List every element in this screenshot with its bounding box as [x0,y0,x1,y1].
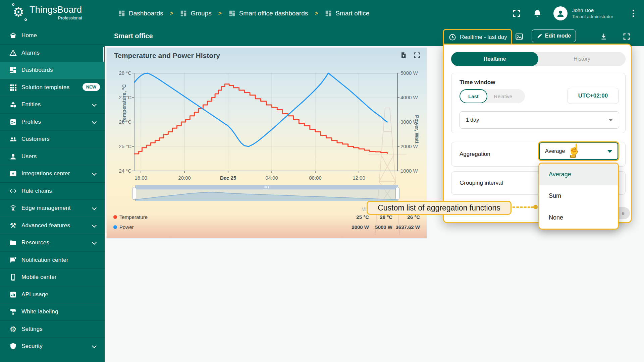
user-name: John Doe [572,7,626,14]
sidebar-item-resources[interactable]: Resources [0,234,105,251]
breadcrumb-groups[interactable]: Groups [180,10,211,17]
chevron-down-icon [92,344,97,348]
app-edition: Professional [30,15,82,20]
scrollbar-right-handle[interactable] [395,187,399,200]
sidebar-item-solution-templates[interactable]: Solution templates NEW [0,79,105,96]
chevron-down-icon [92,223,97,227]
customers-icon [9,135,17,143]
sidebar-item-settings[interactable]: ⚙ Settings [0,320,105,338]
sidebar-item-notification-center[interactable]: Notification center [0,251,105,269]
breadcrumb: Dashboards > Groups > Smart office dashb… [118,0,369,27]
legend-series-name[interactable]: Power [119,224,134,230]
sidebar-item-integrations-center[interactable]: Integrations center [0,165,105,182]
time-scrollbar-preview[interactable] [135,189,398,201]
app-title: ThingsBoard [30,4,82,15]
breadcrumb-dashboards[interactable]: Dashboards [118,10,163,17]
toggle-relative[interactable]: Relative [487,94,519,99]
legend-header-min: Min [345,206,369,212]
y-right-tick-label: 4000 W [400,95,418,100]
sidebar-item-rule-chains[interactable]: Rule chains [0,182,105,200]
sidebar-item-edge-management[interactable]: Edge management [0,199,105,217]
sidebar-item-api-usage[interactable]: API usage [0,286,105,303]
sidebar-item-security[interactable]: Security [0,338,105,355]
temperature-legend-dot [113,215,117,219]
tab-history[interactable]: History [538,52,626,66]
last-interval-select[interactable]: 1 day [460,111,619,129]
screenshot-image-icon[interactable] [513,31,525,43]
logo[interactable]: ⚙ ThingsBoard Professional [13,4,82,21]
user-avatar[interactable] [553,6,568,20]
edge-antenna-icon [9,204,17,213]
sidebar-item-white-labeling[interactable]: White labeling [0,303,105,320]
y-left-tick-label: 24 °C [107,168,131,174]
x-axis-tick-label: 04:00 [265,175,278,181]
y-right-tick-label: 2000 W [400,143,418,149]
sidebar-item-home[interactable]: Home [0,27,105,44]
pencil-icon [537,33,542,39]
dashboard-title: Smart office [114,32,153,40]
callout-connector-dot [533,205,538,209]
shield-icon [9,342,17,351]
y-axis-left-title: Temperature, °C [121,72,127,135]
x-axis-tick-label: 12:00 [353,175,365,181]
sidebar-item-advanced-features[interactable]: ⚒ Advanced features [0,217,105,234]
time-window-tabs: Realtime History [451,52,626,66]
y-left-tick-label: 28 °C [107,70,131,76]
timezone-button[interactable]: UTC+02:00 [568,88,619,104]
edit-mode-button[interactable]: Edit mode [532,29,576,42]
toolbar-fullscreen-icon[interactable] [621,31,633,43]
chevron-down-icon [92,171,97,176]
rule-chains-icon [9,187,17,195]
grouping-interval-label: Grouping interval [460,180,503,186]
time-window-card: Time window Last Relative UTC+02:00 1 da… [451,73,626,133]
sidebar-item-users[interactable]: Users [0,148,105,165]
breadcrumb-separator: > [218,10,222,17]
dashboard-toolbar: Smart office Edit mode Realtime - last d… [105,27,644,46]
home-icon [9,31,17,40]
tab-realtime[interactable]: Realtime [451,52,538,66]
sidebar-item-alarms[interactable]: Alarms [0,44,105,62]
sidebar-item-profiles[interactable]: Profiles [0,113,105,131]
legend-value: 28 °C [369,214,392,220]
chevron-down-icon [607,150,612,153]
more-menu-icon[interactable] [627,10,639,17]
breadcrumb-separator: > [170,10,173,17]
chevron-down-icon [609,119,613,121]
notifications-bell-icon[interactable] [530,6,545,21]
time-window-button[interactable]: Realtime - last day [443,29,512,45]
breadcrumb-smart-office[interactable]: Smart office [325,10,369,17]
user-role: Tenant administrator [572,14,626,20]
x-axis-tick-label: Dec 25 [220,175,236,181]
toggle-last[interactable]: Last [460,89,487,103]
profiles-badge-icon [9,118,17,126]
fullscreen-icon[interactable] [509,6,524,21]
legend-series-name[interactable]: Temperature [119,214,148,220]
legend-value: 26 °C [392,214,420,220]
chevron-down-icon [92,240,97,245]
scrollbar-left-handle[interactable] [132,187,136,200]
y-left-tick-label: 25 °C [107,143,131,149]
thingsboard-app: ⚙ ThingsBoard Professional Dashboards > … [0,0,644,362]
time-scrollbar[interactable] [135,185,398,189]
chevron-down-icon [92,102,97,107]
sidebar-item-entities[interactable]: Entities [0,96,105,113]
paint-roller-icon [9,307,17,316]
download-icon[interactable] [598,31,610,43]
alarm-warning-icon [9,49,17,57]
sidebar-scrollbar[interactable] [103,47,104,62]
user-info[interactable]: John Doe Tenant administrator [572,7,626,20]
mobile-icon [9,273,17,282]
scrollbar-grip-icon [265,186,269,188]
chevron-down-icon [92,119,97,124]
menu-option-sum[interactable]: Sum [539,185,618,207]
legend-value: 25 °C [345,214,369,220]
menu-option-none[interactable]: None [539,207,618,229]
power-legend-dot [113,225,117,229]
interval-type-toggle: Last Relative [460,89,525,103]
annotation-callout: Custom list of aggregation functions [367,201,512,215]
menu-option-average[interactable]: Average [539,164,618,185]
breadcrumb-smart-office-dashboards[interactable]: Smart office dashboards [228,10,308,17]
sidebar-item-customers[interactable]: Customers [0,130,105,148]
sidebar-item-dashboards[interactable]: Dashboards [0,61,105,79]
sidebar-item-mobile-center[interactable]: Mobile center [0,268,105,286]
